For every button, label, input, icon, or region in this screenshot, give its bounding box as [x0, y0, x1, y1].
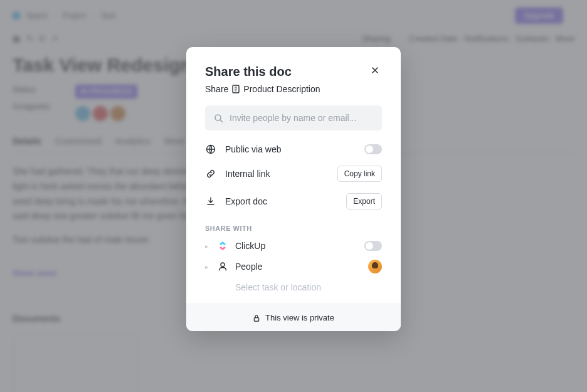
invite-search[interactable]: [205, 105, 382, 130]
share-people-row[interactable]: ▸ People: [205, 260, 382, 273]
clickup-toggle[interactable]: [364, 241, 382, 251]
lock-icon: [253, 314, 260, 322]
avatar: [368, 260, 382, 273]
doc-name: Product Description: [243, 84, 320, 94]
svg-point-3: [221, 263, 225, 267]
public-toggle[interactable]: [364, 144, 382, 154]
select-task-row[interactable]: ▸ Select task or location: [205, 282, 382, 292]
doc-icon: [232, 85, 240, 93]
caret-icon: ▸: [205, 243, 210, 250]
export-label: Export doc: [225, 196, 337, 206]
internal-label: Internal link: [225, 169, 329, 179]
person-icon: [218, 262, 228, 272]
export-doc-row: Export doc Export: [205, 193, 382, 209]
breadcrumb-label: Share: [205, 84, 228, 94]
modal-title: Share this doc: [205, 65, 292, 79]
link-icon: [206, 169, 216, 179]
modal-footer: This view is private: [186, 304, 401, 331]
close-button[interactable]: [368, 65, 382, 78]
modal-overlay[interactable]: Share this doc Share Product Description: [0, 0, 587, 392]
close-icon: [371, 66, 379, 75]
svg-rect-4: [254, 317, 258, 321]
share-people-label: People: [235, 262, 361, 272]
caret-icon: ▸: [205, 263, 210, 270]
share-clickup-row[interactable]: ▸ ClickUp: [205, 241, 382, 251]
public-label: Public via web: [225, 144, 356, 154]
share-with-label: SHARE WITH: [205, 225, 382, 232]
search-icon: [214, 114, 223, 123]
footer-text: This view is private: [265, 313, 334, 322]
clickup-icon: [218, 241, 228, 251]
copy-link-button[interactable]: Copy link: [337, 166, 382, 182]
select-task-label: Select task or location: [235, 282, 382, 292]
export-button[interactable]: Export: [346, 193, 382, 209]
modal-breadcrumb: Share Product Description: [205, 84, 382, 94]
download-icon: [206, 196, 216, 206]
share-clickup-label: ClickUp: [235, 241, 357, 251]
globe-icon: [206, 144, 216, 154]
invite-input[interactable]: [230, 113, 373, 123]
public-via-web-row: Public via web: [205, 144, 382, 154]
share-modal: Share this doc Share Product Description: [186, 47, 401, 331]
internal-link-row: Internal link Copy link: [205, 166, 382, 182]
